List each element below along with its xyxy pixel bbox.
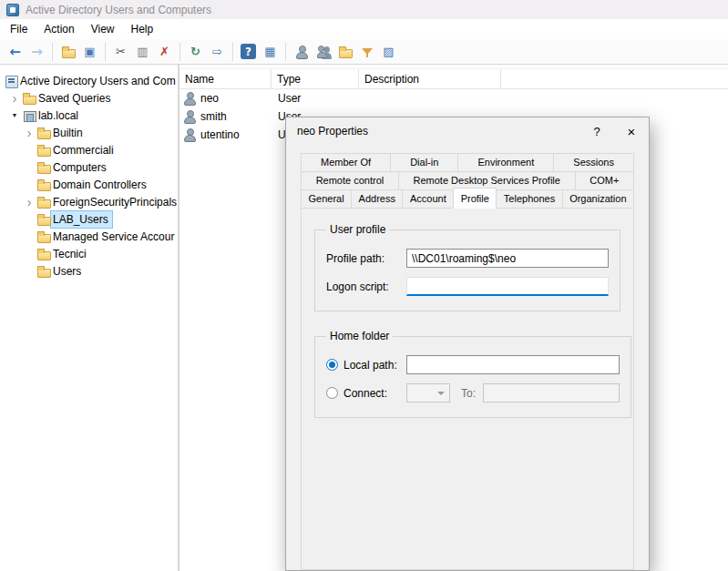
tab-account[interactable]: Account: [402, 189, 454, 209]
chevron-right-icon[interactable]: [22, 195, 36, 209]
local-path-input[interactable]: [406, 355, 620, 374]
users-icon: [316, 45, 331, 59]
tree-item-lab-users[interactable]: LAB_Users: [0, 210, 178, 228]
open-folder-icon[interactable]: [57, 41, 78, 62]
folder-icon: [36, 160, 51, 175]
aduc-app-icon: [6, 4, 19, 16]
tab-sessions[interactable]: Sessions: [553, 153, 634, 172]
chevron-right-icon[interactable]: [22, 126, 36, 140]
chevron-right-icon[interactable]: [7, 91, 22, 106]
tree-item-label: Computers: [53, 161, 107, 174]
list-row-neo[interactable]: neo User: [179, 89, 728, 107]
folder-icon: [36, 143, 51, 158]
tree-item-label: LAB_Users: [53, 213, 108, 226]
connect-radio[interactable]: [326, 387, 338, 399]
properties-window-icon[interactable]: ▦: [260, 41, 281, 62]
folder-icon: [61, 45, 76, 59]
forward-icon[interactable]: →: [26, 41, 47, 62]
menu-file[interactable]: File: [2, 20, 36, 38]
new-ou-icon[interactable]: [334, 41, 355, 62]
column-header-name[interactable]: Name: [179, 69, 272, 88]
console-tree-icon[interactable]: ▣: [79, 41, 100, 62]
tree-item-tecnici[interactable]: Tecnici: [0, 245, 178, 262]
tab-general[interactable]: General: [301, 189, 352, 209]
folder-icon: [22, 91, 36, 106]
tab-environment[interactable]: Environment: [457, 153, 554, 172]
folder-icon: [36, 212, 51, 227]
cut-icon[interactable]: ✂: [110, 41, 131, 62]
column-header-description[interactable]: Description: [359, 69, 501, 88]
dialog-close-button[interactable]: ×: [614, 117, 649, 145]
connect-label: Connect:: [343, 387, 387, 400]
folder-icon: [36, 178, 51, 192]
folder-icon: [36, 229, 51, 244]
window-titlebar: Active Directory Users and Computers: [0, 0, 728, 19]
row-name: smith: [200, 110, 227, 123]
tab-organization[interactable]: Organization: [562, 189, 634, 209]
advanced-icon[interactable]: ▨: [378, 41, 399, 62]
chevron-down-icon: [437, 392, 445, 395]
profile-tab-page: User profile Profile path: Logon script:…: [301, 208, 634, 570]
tree-item-domain-controllers[interactable]: Domain Controllers: [0, 176, 178, 193]
tree-item-label: Domain Controllers: [53, 178, 147, 191]
tab-profile[interactable]: Profile: [453, 188, 497, 209]
dialog-help-button[interactable]: ?: [579, 117, 614, 145]
tree-item-label: ForeignSecurityPrincipals: [53, 196, 177, 209]
menu-view[interactable]: View: [83, 20, 123, 38]
tab-dial-in[interactable]: Dial-in: [390, 153, 458, 172]
filter-icon[interactable]: [356, 41, 377, 62]
tree-item-users[interactable]: Users: [0, 262, 178, 280]
new-user-icon[interactable]: [291, 41, 312, 62]
tab-com-plus[interactable]: COM+: [575, 171, 634, 190]
directory-icon: [4, 74, 18, 88]
paste-icon[interactable]: ▥: [132, 41, 153, 62]
column-header-type[interactable]: Type: [272, 69, 359, 88]
user-profile-group: User profile Profile path: Logon script:: [314, 223, 620, 311]
logon-script-input[interactable]: [406, 277, 609, 296]
local-path-label: Local path:: [343, 359, 397, 372]
toolbar-separator: [179, 43, 180, 61]
tree-item-label: Tecnici: [53, 248, 87, 260]
new-group-icon[interactable]: [313, 41, 333, 62]
export-list-icon[interactable]: ⇨: [207, 41, 228, 62]
menubar: File Action View Help: [0, 19, 728, 39]
refresh-icon[interactable]: ↻: [185, 41, 206, 62]
tree-item-lab-local[interactable]: lab.local: [0, 107, 178, 124]
chevron-down-icon[interactable]: [7, 108, 22, 123]
property-tabs: Member Of Dial-in Environment Sessions R…: [301, 153, 634, 209]
user-icon: [182, 109, 197, 124]
toolbar-separator: [105, 43, 106, 61]
menu-action[interactable]: Action: [36, 20, 82, 38]
tree-item-label: lab.local: [38, 109, 78, 122]
tree-item-foreign-security-principals[interactable]: ForeignSecurityPrincipals: [0, 193, 178, 210]
row-name: utentino: [200, 128, 240, 141]
menu-help[interactable]: Help: [123, 20, 162, 38]
tree-item-managed-service-accounts[interactable]: Managed Service Accour: [0, 228, 178, 245]
help-icon[interactable]: ?: [241, 44, 256, 59]
tab-member-of[interactable]: Member Of: [301, 153, 391, 172]
delete-icon[interactable]: ✗: [154, 41, 175, 62]
toolbar-separator: [52, 43, 53, 61]
user-icon: [182, 91, 197, 106]
tree-item-builtin[interactable]: Builtin: [0, 124, 178, 141]
tree-item-ad-root[interactable]: Active Directory Users and Com: [0, 72, 178, 89]
tab-address[interactable]: Address: [351, 189, 403, 209]
domain-icon: [22, 108, 36, 123]
to-label: To:: [461, 387, 476, 400]
local-path-radio[interactable]: [326, 359, 338, 371]
connect-to-input[interactable]: [483, 383, 620, 403]
back-icon[interactable]: ←: [5, 41, 26, 62]
tree-item-computers[interactable]: Computers: [0, 158, 178, 176]
tab-remote-control[interactable]: Remote control: [301, 171, 399, 190]
home-folder-group: Home folder Local path: Connect: To:: [314, 330, 631, 418]
tree-item-commerciali[interactable]: Commerciali: [0, 141, 178, 158]
console-tree-pane: Active Directory Users and Com Saved Que…: [0, 65, 179, 571]
tree-item-saved-queries[interactable]: Saved Queries: [0, 89, 178, 107]
tab-telephones[interactable]: Telephones: [496, 189, 562, 209]
toolbar-separator: [285, 43, 286, 61]
profile-path-input[interactable]: [406, 249, 609, 268]
toolbar: ← → ▣ ✂ ▥ ✗ ↻ ⇨ ? ▦ ▨: [0, 39, 728, 65]
toolbar-separator: [232, 43, 233, 61]
drive-letter-dropdown[interactable]: [406, 383, 450, 403]
logon-script-label: Logon script:: [326, 280, 406, 293]
